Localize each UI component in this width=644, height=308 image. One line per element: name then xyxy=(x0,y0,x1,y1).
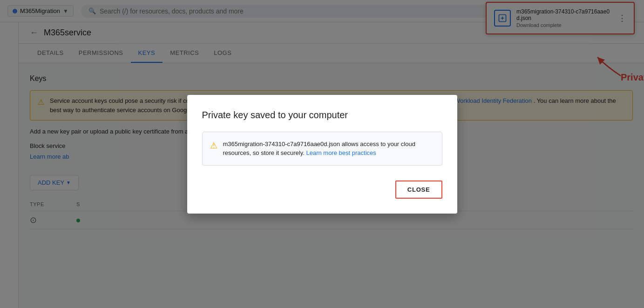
modal-warning-box: ⚠ m365migration-374310-c7a9716aae0d.json… xyxy=(202,132,442,166)
modal-warning-text: m365migration-374310-c7a9716aae0d.json a… xyxy=(223,140,434,158)
modal-warning-icon: ⚠ xyxy=(210,140,217,152)
modal-dialog: Private key saved to your computer ⚠ m36… xyxy=(187,95,457,214)
close-button[interactable]: CLOSE xyxy=(395,181,442,199)
modal-overlay: Private key saved to your computer ⚠ m36… xyxy=(0,0,644,308)
modal-title: Private key saved to your computer xyxy=(202,110,442,121)
modal-actions: CLOSE xyxy=(202,181,442,199)
modal-learn-more-link[interactable]: Learn more best practices xyxy=(306,149,376,156)
